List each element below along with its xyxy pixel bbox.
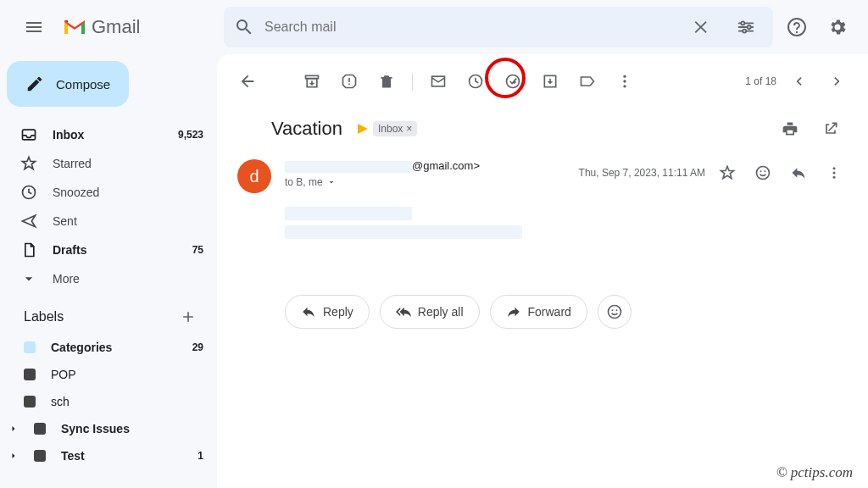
label-color-icon	[34, 450, 46, 462]
nav-label: More	[53, 272, 188, 286]
add-to-tasks-button[interactable]	[496, 64, 530, 98]
clear-search-button[interactable]	[685, 10, 719, 44]
reply-all-button[interactable]: Reply all	[380, 295, 480, 329]
archive-button[interactable]	[295, 64, 329, 98]
message-more-button[interactable]	[821, 159, 848, 186]
clock-icon	[20, 184, 37, 201]
compose-button[interactable]: Compose	[7, 61, 129, 107]
svg-point-20	[765, 170, 766, 172]
open-in-new-icon	[822, 120, 839, 137]
svg-point-23	[833, 176, 836, 179]
gmail-logo[interactable]: Gmail	[63, 16, 140, 38]
forward-button[interactable]: Forward	[490, 295, 587, 329]
main-menu-button[interactable]	[14, 7, 54, 47]
mail-unread-icon	[430, 73, 447, 90]
react-button[interactable]	[749, 159, 776, 186]
label-color-icon	[24, 341, 36, 353]
sidebar-item-more[interactable]: More	[7, 264, 217, 293]
sidebar-item-starred[interactable]: Starred	[7, 149, 217, 178]
emoji-reaction-button[interactable]	[598, 295, 632, 329]
recipients-dropdown[interactable]: to B, me	[285, 176, 565, 188]
label-item-sch[interactable]: sch	[7, 388, 217, 415]
print-button[interactable]	[773, 112, 807, 146]
svg-point-22	[833, 172, 836, 175]
redacted-sender-name	[285, 161, 412, 173]
mark-unread-button[interactable]	[421, 64, 455, 98]
open-new-window-button[interactable]	[814, 112, 848, 146]
move-to-button[interactable]	[533, 64, 567, 98]
search-options-button[interactable]	[729, 10, 763, 44]
label-icon	[579, 73, 596, 90]
svg-point-16	[623, 80, 626, 82]
label-item-test[interactable]: Test1	[7, 442, 217, 469]
nav-label: Drafts	[53, 243, 177, 257]
nav-count: 75	[192, 244, 203, 256]
label-item-categories[interactable]: Categories29	[7, 334, 217, 361]
prev-message-button[interactable]	[782, 64, 815, 98]
labels-button[interactable]	[570, 64, 604, 98]
toolbar-divider	[412, 73, 413, 90]
tune-icon	[737, 18, 755, 36]
reply-button[interactable]: Reply	[285, 295, 370, 329]
clock-icon	[467, 73, 484, 90]
search-icon	[234, 17, 254, 37]
nav-label: Snoozed	[53, 186, 188, 199]
emoji-icon	[754, 164, 771, 181]
message-toolbar: 1 of 18	[224, 61, 861, 102]
inbox-icon	[20, 126, 37, 143]
back-button[interactable]	[231, 64, 264, 98]
nav-label: Sent	[53, 214, 188, 228]
menu-icon	[24, 17, 44, 37]
label-text: Sync Issues	[61, 422, 188, 435]
svg-point-13	[507, 75, 520, 88]
arrow-left-icon	[238, 72, 257, 91]
more-actions-button[interactable]	[608, 64, 642, 98]
message-pane: 1 of 18 Vacation Inbox × d	[217, 54, 868, 488]
important-marker-icon[interactable]	[358, 124, 368, 134]
forward-icon	[506, 304, 521, 319]
search-bar[interactable]	[224, 7, 773, 47]
star-icon	[20, 155, 37, 172]
watermark: © pctips.com	[776, 464, 853, 481]
support-button[interactable]	[780, 10, 814, 44]
svg-point-26	[615, 309, 617, 311]
star-button[interactable]	[714, 159, 741, 186]
sidebar-item-sent[interactable]: Sent	[7, 207, 217, 236]
sidebar-item-inbox[interactable]: Inbox9,523	[7, 120, 217, 149]
reply-icon	[790, 164, 807, 181]
snooze-button[interactable]	[459, 64, 492, 98]
chevron-left-icon	[790, 73, 807, 90]
star-icon	[719, 164, 736, 181]
settings-button[interactable]	[821, 10, 854, 44]
svg-point-24	[608, 306, 620, 319]
label-count: 1	[198, 450, 203, 462]
sidebar-item-snoozed[interactable]: Snoozed	[7, 178, 217, 207]
trash-icon	[378, 73, 395, 90]
next-message-button[interactable]	[821, 64, 854, 98]
label-item-pop[interactable]: POP	[7, 361, 217, 388]
sender-avatar[interactable]: d	[237, 159, 271, 193]
email-date: Thu, Sep 7, 2023, 11:11 AM	[579, 167, 705, 179]
svg-point-1	[748, 25, 751, 29]
delete-button[interactable]	[370, 64, 403, 98]
reply-all-icon	[396, 304, 411, 319]
emoji-icon	[606, 303, 623, 320]
reply-icon-button[interactable]	[785, 159, 812, 186]
redacted-body-line	[285, 207, 412, 220]
svg-point-21	[833, 167, 836, 169]
app-name: Gmail	[92, 16, 140, 38]
label-item-sync-issues[interactable]: Sync Issues	[7, 415, 217, 442]
draft-icon	[20, 241, 37, 258]
svg-point-0	[741, 21, 744, 25]
gmail-icon	[63, 18, 86, 36]
label-count: 29	[192, 341, 203, 353]
sidebar-item-drafts[interactable]: Drafts75	[7, 236, 217, 264]
add-label-button[interactable]	[176, 305, 200, 329]
labels-heading: Labels	[24, 309, 64, 324]
report-spam-button[interactable]	[332, 64, 366, 98]
search-input[interactable]	[264, 19, 675, 35]
label-chip-inbox[interactable]: Inbox ×	[373, 121, 417, 136]
label-color-icon	[24, 396, 36, 408]
label-text: POP	[51, 368, 188, 381]
remove-label-icon[interactable]: ×	[406, 123, 412, 135]
